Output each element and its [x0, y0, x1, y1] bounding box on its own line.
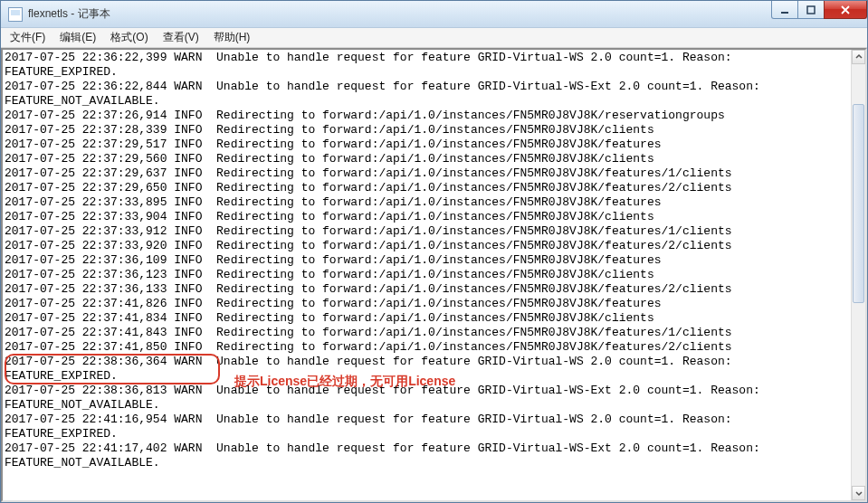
- window-controls: [772, 1, 867, 19]
- close-button[interactable]: [824, 1, 867, 19]
- scroll-down-button[interactable]: [852, 486, 865, 500]
- minimize-button[interactable]: [771, 1, 798, 19]
- svg-rect-1: [807, 6, 815, 14]
- menu-file[interactable]: 文件(F): [3, 28, 52, 47]
- chevron-up-icon: [855, 53, 863, 61]
- menu-help[interactable]: 帮助(H): [206, 28, 258, 47]
- text-area[interactable]: 2017-07-25 22:36:22,399 WARN Unable to h…: [3, 50, 851, 500]
- scroll-up-button[interactable]: [852, 50, 865, 64]
- notepad-app-icon: [8, 7, 23, 22]
- menu-format[interactable]: 格式(O): [103, 28, 155, 47]
- close-icon: [840, 5, 851, 15]
- scroll-thumb[interactable]: [853, 104, 864, 303]
- svg-rect-0: [781, 12, 788, 14]
- client-area: 2017-07-25 22:36:22,399 WARN Unable to h…: [1, 48, 867, 502]
- chevron-down-icon: [855, 489, 863, 497]
- maximize-button[interactable]: [797, 1, 825, 19]
- window-title: flexnetls - 记事本: [28, 6, 110, 22]
- vertical-scrollbar[interactable]: [851, 50, 865, 500]
- menu-view[interactable]: 查看(V): [156, 28, 206, 47]
- menu-edit[interactable]: 编辑(E): [52, 28, 103, 47]
- maximize-icon: [806, 5, 816, 14]
- minimize-icon: [780, 5, 789, 14]
- menubar: 文件(F) 编辑(E) 格式(O) 查看(V) 帮助(H): [1, 28, 867, 48]
- notepad-window: flexnetls - 记事本 文件(F) 编辑(E) 格式(O) 查看(V) …: [0, 0, 868, 503]
- titlebar[interactable]: flexnetls - 记事本: [1, 1, 867, 28]
